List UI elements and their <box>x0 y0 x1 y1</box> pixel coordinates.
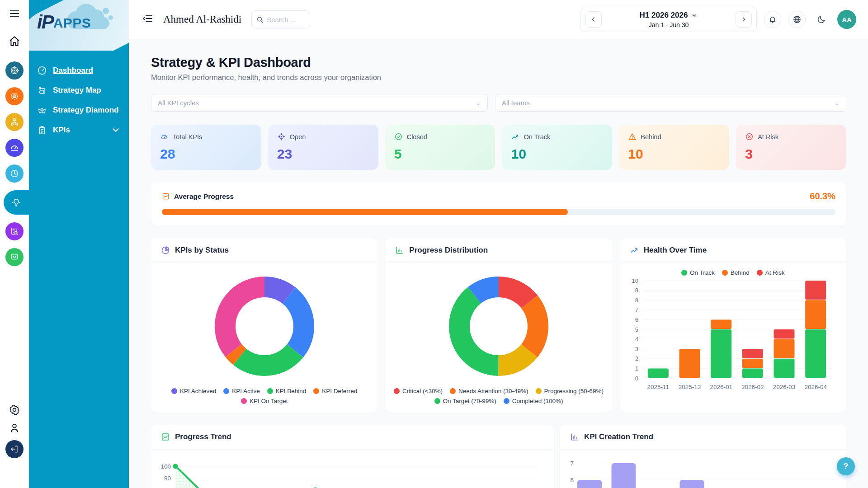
progress-trend-card: Progress Trend 100908070605040 <box>151 425 554 488</box>
legend-dot <box>313 388 319 394</box>
warning-triangle-icon <box>628 132 637 141</box>
legend-dot <box>450 388 456 394</box>
svg-text:5: 5 <box>635 326 638 333</box>
app-org-hierarchy-icon[interactable] <box>5 113 24 131</box>
route-icon <box>37 85 47 95</box>
dashboard-content: Strategy & KPI Dashboard Monitor KPI per… <box>129 39 868 488</box>
legend-item[interactable]: Progressing (50-69%) <box>536 388 604 394</box>
stat-value: 10 <box>511 146 603 162</box>
sidebar-item-label: Strategy Map <box>53 86 101 95</box>
svg-text:2025-11: 2025-11 <box>647 384 669 390</box>
sidebar-item-kpis[interactable]: KPIs <box>29 120 129 140</box>
sidebar-collapse-icon[interactable] <box>142 13 153 26</box>
svg-text:7: 7 <box>570 460 574 467</box>
progress-distribution-card: Progress Distribution Critical (<30%)Nee… <box>385 238 612 413</box>
legend-item[interactable]: On Track <box>681 269 715 276</box>
page-subtitle: Monitor KPI performance, health, and tre… <box>151 73 846 82</box>
legend-dot <box>536 388 542 394</box>
kpis-by-status-donut[interactable] <box>208 269 321 383</box>
svg-text:6: 6 <box>570 477 574 483</box>
legend-label: On Target (70-99%) <box>443 398 496 404</box>
card-title: Progress Distribution <box>409 246 488 255</box>
legend-item[interactable]: On Target (70-99%) <box>434 398 496 404</box>
trending-up-icon <box>630 246 639 255</box>
legend-label: KPI Deferred <box>322 388 357 394</box>
legend-item[interactable]: At Risk <box>757 269 785 276</box>
svg-text:80: 80 <box>164 487 171 488</box>
legend-label: Progressing (50-69%) <box>544 388 604 394</box>
app-strategy-icon[interactable] <box>5 87 24 105</box>
home-icon[interactable] <box>9 35 20 47</box>
hamburger-menu-icon[interactable] <box>9 8 20 19</box>
legend-item[interactable]: KPI Active <box>223 388 260 394</box>
legend-item[interactable]: KPI On Target <box>241 398 288 404</box>
legend-item[interactable]: KPI Deferred <box>313 388 357 394</box>
app-dashboard-icon[interactable] <box>5 139 24 157</box>
legend-item[interactable]: Behind <box>722 269 750 276</box>
svg-text:3: 3 <box>635 346 638 352</box>
user-name: Ahmed Al-Rashidi <box>163 14 241 25</box>
help-button[interactable]: ? <box>837 457 855 475</box>
chevron-down-icon <box>111 125 121 135</box>
stat-label: Total KPIs <box>173 133 202 141</box>
logo-text-apps: APPS <box>53 16 91 30</box>
health-over-time-card: Health Over Time On TrackBehindAt Risk 0… <box>620 238 846 413</box>
progress-distribution-donut[interactable] <box>442 269 556 383</box>
stat-card-open: Open 23 <box>268 125 378 170</box>
health-over-time-chart[interactable]: 0123456789102025-112025-122026-012026-02… <box>623 276 836 394</box>
logout-icon[interactable] <box>5 440 24 458</box>
legend-dot <box>504 398 509 404</box>
logo-text-ip: iP <box>37 14 53 30</box>
app-time-icon[interactable] <box>5 164 24 183</box>
card-title: Progress Trend <box>175 432 231 441</box>
period-title-dropdown[interactable]: H1 2026 2026 <box>640 11 698 20</box>
next-period-button[interactable] <box>736 11 752 28</box>
language-globe-icon[interactable] <box>788 11 806 28</box>
svg-text:2: 2 <box>635 355 638 362</box>
period-range: Jan 1 - Jun 30 <box>640 21 698 28</box>
legend-label: KPI On Target <box>250 398 288 404</box>
stat-card-behind: Behind 10 <box>619 125 729 170</box>
settings-gear-icon[interactable] <box>9 404 20 416</box>
sidebar-item-strategy-map[interactable]: Strategy Map <box>29 80 129 100</box>
search-input[interactable] <box>267 16 305 23</box>
legend-dot <box>171 388 177 394</box>
previous-period-button[interactable] <box>585 11 602 28</box>
page-title: Strategy & KPI Dashboard <box>151 55 846 70</box>
search-box[interactable] <box>251 10 310 28</box>
brand-logo[interactable]: · · · · iP APPS <box>29 0 129 51</box>
kpi-cycles-select[interactable]: All KPI cycles ⌄ <box>151 94 488 112</box>
legend-item[interactable]: KPI Behind <box>267 388 307 394</box>
sidebar-item-dashboard[interactable]: Dashboard <box>29 61 129 80</box>
notifications-bell-icon[interactable] <box>764 11 781 28</box>
svg-text:100: 100 <box>160 463 171 470</box>
average-progress-card: Average Progress 60.3% <box>151 182 846 226</box>
dark-mode-moon-icon[interactable] <box>813 11 830 28</box>
progress-trend-chart[interactable]: 100908070605040 <box>154 452 545 488</box>
teams-select[interactable]: All teams ⌄ <box>495 94 846 112</box>
legend-item[interactable]: KPI Achieved <box>171 388 216 394</box>
legend-label: At Risk <box>765 269 785 276</box>
legend-item[interactable]: Completed (100%) <box>504 398 563 404</box>
svg-text:10: 10 <box>632 277 638 284</box>
user-profile-icon[interactable] <box>9 422 20 434</box>
app-target-icon[interactable] <box>5 61 24 80</box>
legend-dot <box>681 270 687 276</box>
sidebar-item-strategy-diamond[interactable]: Strategy Diamond <box>29 100 129 120</box>
legend-item[interactable]: Critical (<30%) <box>394 388 443 394</box>
app-kiosk-icon[interactable] <box>5 248 24 266</box>
app-idea-icon-active[interactable] <box>4 190 29 215</box>
kpis-by-status-card: KPIs by Status KPI AchievedKPI ActiveKPI… <box>151 238 377 413</box>
app-audit-icon[interactable] <box>5 222 24 240</box>
stat-card-at-risk: At Risk 3 <box>736 125 846 170</box>
bar-chart-icon <box>570 432 579 441</box>
legend-dot <box>223 388 229 394</box>
target-icon <box>277 132 286 141</box>
stat-label: Open <box>290 133 306 141</box>
legend-label: On Track <box>690 269 715 276</box>
legend-dot <box>722 270 728 276</box>
legend-item[interactable]: Needs Attention (30-49%) <box>450 388 528 394</box>
stat-card-on-track: On Track 10 <box>502 125 612 170</box>
avatar[interactable]: AA <box>837 10 856 29</box>
kpi-creation-trend-chart[interactable]: 76543210 <box>563 452 839 488</box>
